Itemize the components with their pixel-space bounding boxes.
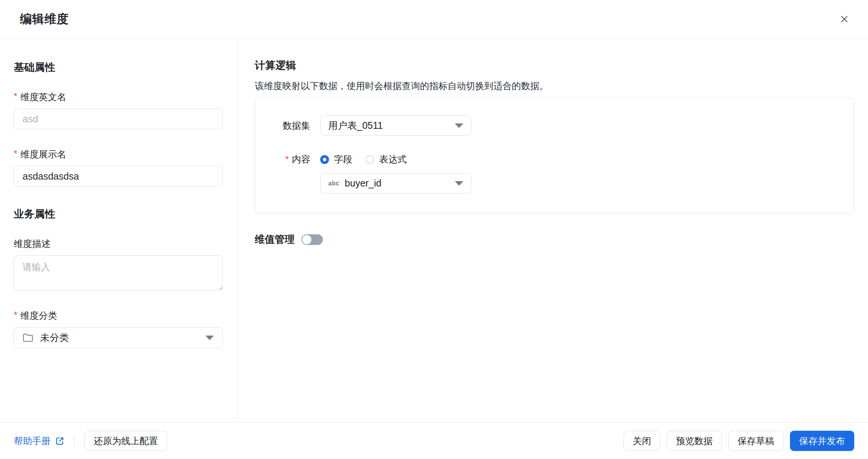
content-radio-group: 字段 表达式 bbox=[320, 153, 407, 165]
radio-option-expression[interactable]: 表达式 bbox=[365, 153, 407, 165]
restore-online-config-button[interactable]: 还原为线上配置 bbox=[85, 431, 167, 451]
required-asterisk: * bbox=[14, 91, 17, 102]
category-label-text: 维度分类 bbox=[20, 310, 57, 322]
radio-option-field[interactable]: 字段 bbox=[320, 153, 352, 165]
field-row: abc buyer_id bbox=[255, 173, 839, 193]
radio-unchecked-icon bbox=[365, 155, 374, 164]
radio-field-label: 字段 bbox=[334, 153, 352, 165]
calculation-logic-panel: 计算逻辑 该维度映射以下数据，使用时会根据查询的指标自动切换到适合的数据。 数据… bbox=[238, 39, 868, 422]
english-name-label-text: 维度英文名 bbox=[20, 91, 66, 103]
caret-down-icon bbox=[455, 181, 463, 186]
footer-divider bbox=[74, 436, 75, 446]
required-asterisk: * bbox=[285, 154, 289, 165]
dialog-body: 基础属性 * 维度英文名 * 维度展示名 业务属性 维度描述 bbox=[0, 39, 868, 422]
dim-value-management-toggle[interactable] bbox=[301, 234, 323, 245]
english-name-label: * 维度英文名 bbox=[14, 91, 223, 103]
display-name-label-text: 维度展示名 bbox=[20, 148, 66, 161]
save-draft-button[interactable]: 保存草稿 bbox=[728, 431, 783, 451]
business-section-title: 业务属性 bbox=[14, 207, 223, 221]
content-row: * 内容 字段 表达式 bbox=[255, 153, 839, 165]
field-value: buyer_id bbox=[345, 178, 381, 189]
radio-checked-icon bbox=[320, 155, 329, 164]
content-label-text: 内容 bbox=[292, 153, 310, 165]
dialog-header: 编辑维度 bbox=[0, 0, 868, 39]
basic-section-title: 基础属性 bbox=[14, 60, 223, 74]
field-select[interactable]: abc buyer_id bbox=[320, 173, 471, 193]
dataset-row-main: 用户表_0511 bbox=[320, 115, 471, 136]
display-name-label: * 维度展示名 bbox=[14, 148, 223, 161]
description-group: 维度描述 bbox=[14, 238, 223, 290]
content-label: * 内容 bbox=[255, 153, 320, 165]
required-asterisk: * bbox=[14, 148, 17, 159]
close-icon bbox=[839, 13, 850, 25]
dialog-footer: 帮助手册 还原为线上配置 关闭 预览数据 保存草稿 保存并发布 bbox=[0, 422, 868, 459]
category-value: 未分类 bbox=[40, 331, 69, 344]
calc-logic-title: 计算逻辑 bbox=[255, 58, 854, 72]
folder-icon bbox=[23, 333, 33, 342]
toggle-knob bbox=[302, 235, 311, 244]
category-group: * 维度分类 未分类 bbox=[14, 310, 223, 348]
radio-expression-label: 表达式 bbox=[379, 153, 407, 165]
display-name-input[interactable] bbox=[14, 166, 223, 187]
help-manual-label: 帮助手册 bbox=[14, 435, 50, 447]
help-manual-link[interactable]: 帮助手册 bbox=[14, 435, 64, 447]
string-type-icon: abc bbox=[328, 180, 339, 187]
close-dialog-button[interactable]: 关闭 bbox=[624, 431, 660, 451]
dim-value-management-label: 维值管理 bbox=[255, 233, 295, 246]
basic-properties-panel: 基础属性 * 维度英文名 * 维度展示名 业务属性 维度描述 bbox=[0, 39, 238, 422]
english-name-input[interactable] bbox=[14, 109, 223, 129]
save-publish-button[interactable]: 保存并发布 bbox=[790, 431, 854, 451]
dim-value-management-row: 维值管理 bbox=[255, 233, 854, 246]
dataset-label: 数据集 bbox=[255, 120, 320, 132]
required-asterisk: * bbox=[14, 310, 17, 320]
category-label: * 维度分类 bbox=[14, 310, 223, 322]
calc-logic-description: 该维度映射以下数据，使用时会根据查询的指标自动切换到适合的数据。 bbox=[255, 80, 854, 92]
dataset-row: 数据集 用户表_0511 bbox=[255, 115, 839, 136]
description-label-text: 维度描述 bbox=[14, 238, 50, 250]
category-select[interactable]: 未分类 bbox=[14, 327, 223, 348]
caret-down-icon bbox=[455, 123, 463, 128]
preview-data-button[interactable]: 预览数据 bbox=[667, 431, 722, 451]
description-label: 维度描述 bbox=[14, 238, 223, 250]
dialog-title: 编辑维度 bbox=[20, 11, 69, 27]
dataset-label-text: 数据集 bbox=[283, 120, 310, 132]
close-button[interactable] bbox=[836, 11, 853, 28]
english-name-group: * 维度英文名 bbox=[14, 91, 223, 129]
footer-action-buttons: 关闭 预览数据 保存草稿 保存并发布 bbox=[624, 431, 854, 451]
caret-down-icon bbox=[205, 336, 214, 340]
display-name-group: * 维度展示名 bbox=[14, 148, 223, 187]
dataset-value: 用户表_0511 bbox=[328, 119, 383, 132]
description-textarea[interactable] bbox=[14, 255, 223, 290]
field-row-main: abc buyer_id bbox=[320, 173, 471, 193]
data-mapping-card: 数据集 用户表_0511 * 内容 bbox=[255, 97, 854, 213]
external-link-icon bbox=[55, 436, 64, 446]
edit-dimension-dialog: 编辑维度 基础属性 * 维度英文名 * 维度展示名 bbox=[0, 0, 868, 459]
dataset-select[interactable]: 用户表_0511 bbox=[320, 115, 471, 136]
